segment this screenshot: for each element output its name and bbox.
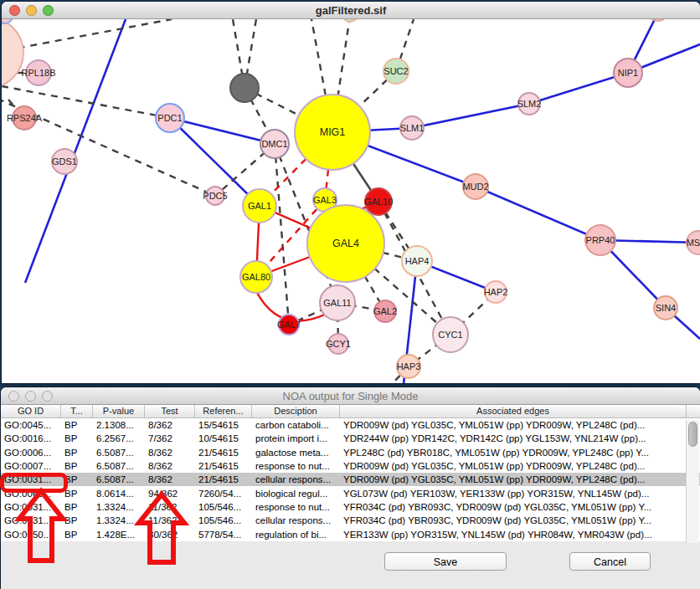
graph-node-pink-tr[interactable] [648,19,668,21]
graph-node-label-GAL3: GAL3 [313,195,337,205]
minimize-button[interactable] [25,391,36,402]
column-header-Associated edges[interactable]: Associated edges [340,405,687,417]
save-button[interactable]: Save [384,552,507,571]
table-row[interactable]: GO:0031...BP1.3324...11/362105/546...cel… [1,514,700,527]
noa-window-titlebar[interactable]: NOA output for Single Mode [1,387,700,405]
table-cell: 105/546... [195,515,252,525]
graph-node-label-PDC1: PDC1 [157,113,182,123]
table-cell: biological regul... [252,489,340,499]
table-cell: BP [61,515,93,525]
graph-edge[interactable] [529,73,628,104]
table-cell: BP [61,502,93,512]
column-header-T...[interactable]: T... [61,405,93,417]
table-row[interactable]: GO:0045...BP2.1308...8/36215/54615carbon… [1,418,700,432]
results-table: GO:0045...BP2.1308...8/36215/54615carbon… [1,418,700,541]
table-cell: 1.3324... [93,502,145,512]
graph-node-label-GAL11: GAL11 [323,298,351,308]
close-button[interactable] [8,391,19,402]
zoom-button[interactable] [43,5,54,16]
table-cell: 8/362 [145,420,195,430]
close-button[interactable] [9,5,20,16]
table-cell: GO:0007... [1,461,61,471]
vertical-scrollbar[interactable] [686,420,699,543]
table-cell: 6.5087... [93,474,145,484]
table-cell: 11/362 [145,515,195,525]
table-cell: 11/362 [145,502,195,512]
table-cell: YDR009W (pd) YGL035C, YML051W (pp) YDR00… [340,461,687,471]
table-row[interactable]: GO:0050...BP1.428E...80/3625778/54...reg… [1,527,700,540]
graph-node-label-HAP2: HAP2 [484,287,508,297]
table-cell: GO:0031... [1,474,61,484]
table-cell: YFR034C (pd) YBR093C, YDR009W (pd) YGL03… [340,515,687,525]
table-cell: YDR244W (pp) YDR142C, YDR142C (pp) YGL15… [340,433,687,443]
table-cell: GO:0016... [1,433,61,443]
graph-node-label-GAL10: GAL10 [364,197,393,207]
table-cell: YFR034C (pd) YBR093C, YDR009W (pd) YGL03… [340,502,687,512]
graph-node-label-MUD2: MUD2 [462,182,488,192]
graph-node-label-PRP40: PRP40 [586,235,615,245]
graph-edge[interactable] [275,144,289,325]
zoom-button[interactable] [42,391,53,402]
network-window-title: galFiltered.sif [316,4,387,17]
table-cell: 1.428E... [93,530,145,540]
table-row[interactable]: GO:0031...BP6.5087...8/36221/54615cellul… [1,473,700,486]
graph-node-big-left[interactable] [2,19,23,88]
graph-node-green-top[interactable] [342,19,358,22]
table-cell: response to nut... [252,461,340,471]
column-header-Test[interactable]: Test [145,405,195,417]
column-header-P-value[interactable]: P-value [93,405,145,417]
table-cell: BP [61,448,93,458]
noa-output-window: NOA output for Single Mode GO IDT...P-va… [1,387,700,589]
graph-edge[interactable] [25,19,126,283]
cancel-button[interactable]: Cancel [569,552,651,571]
column-header-GO ID[interactable]: GO ID [1,405,61,417]
table-row[interactable]: GO:0007...BP6.5087...8/36221/54615respon… [1,459,700,473]
column-header-Desciption[interactable]: Desciption [252,405,340,417]
graph-node-label-GAL2: GAL2 [373,306,397,316]
graph-node-gray-node[interactable] [230,74,259,102]
table-cell: 8.0614... [93,489,145,499]
minimize-button[interactable] [26,5,37,16]
table-cell: 6.2567... [93,433,145,443]
graph-node-label-CYC1: CYC1 [438,330,462,340]
table-cell: 7/362 [145,433,195,443]
table-cell: 105/546... [195,502,252,512]
table-cell: BP [61,530,93,540]
network-canvas[interactable]: RPL18BRPS24AGDS1PDC1PDC5DMC1MIG1SUC2SLM1… [2,19,700,383]
table-cell: 21/54615 [195,461,252,471]
table-row[interactable]: GO:0016...BP6.2567...7/36210/54615protei… [1,432,700,445]
graph-node-label-HAP4: HAP4 [405,256,430,266]
table-cell: cellular respons... [252,474,340,484]
scrollbar-thumb[interactable] [688,422,697,447]
graph-node-label-DMC1: DMC1 [261,139,287,149]
graph-edge[interactable] [170,118,275,144]
table-cell: 6.5087... [93,461,145,471]
window-controls [9,5,54,16]
table-row[interactable]: GO:0031...BP1.3324...11/362105/546...res… [1,500,700,514]
table-cell: BP [61,420,93,430]
graph-edge[interactable] [2,19,172,53]
table-cell: YER133W (pp) YOR315W, YNL145W (pd) YHR08… [340,530,687,540]
table-cell: response to nut... [252,502,340,512]
graph-edge[interactable] [412,104,529,128]
network-window-titlebar[interactable]: galFiltered.sif [2,2,700,19]
graph-node-corner-tl[interactable] [2,19,13,23]
graph-node-label-GAL7: GAL7 [277,320,301,330]
table-cell: GO:0050... [1,530,61,540]
graph-node-label-MSL1: MSL1 [687,238,700,248]
column-header-scroll-pad[interactable] [687,405,700,417]
column-header-Referen...[interactable]: Referen... [195,405,252,417]
table-cell: 21/54615 [195,474,252,484]
graph-edge[interactable] [476,187,600,240]
table-row[interactable]: GO:0065...BP8.0614...94/3627260/54...bio… [1,486,700,499]
graph-node-label-SIN4: SIN4 [656,303,676,313]
table-cell: GO:0065... [1,489,61,499]
noa-window-title: NOA output for Single Mode [283,390,419,402]
table-cell: BP [61,433,93,443]
table-row[interactable]: GO:0006...BP6.5087...8/36221/54615galact… [1,446,700,459]
table-cell: BP [61,461,93,471]
graph-node-label-PDC5: PDC5 [203,191,227,201]
table-cell: YGL073W (pd) YER103W, YER133W (pp) YOR31… [340,489,687,499]
table-cell: 8/362 [145,474,195,484]
table-cell: 8/362 [145,461,195,471]
